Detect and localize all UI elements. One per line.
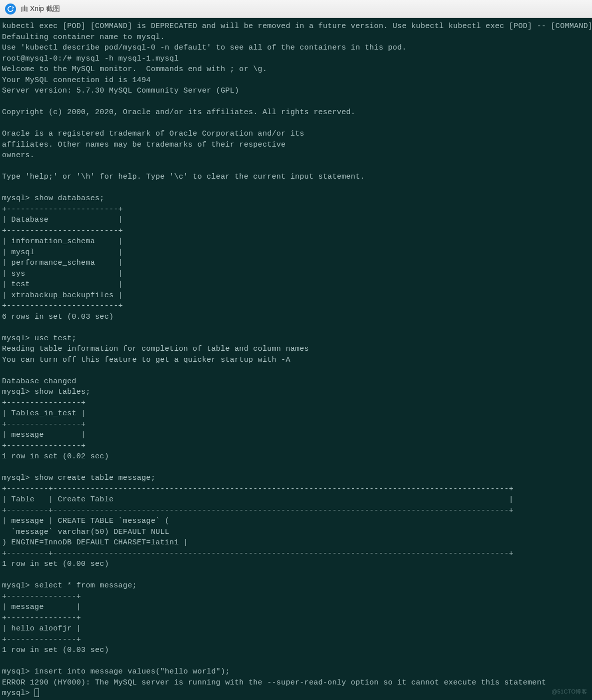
window-titlebar: 由 Xnip 截图: [0, 0, 592, 18]
terminal-area[interactable]: kubectl exec [POD] [COMMAND] is DEPRECAT…: [0, 18, 592, 700]
xnip-app-icon: [5, 4, 16, 15]
terminal-prompt: mysql>: [2, 689, 34, 697]
watermark-text: @51CTO博客: [552, 686, 587, 697]
terminal-cursor: [34, 688, 39, 697]
terminal-output: kubectl exec [POD] [COMMAND] is DEPRECAT…: [2, 22, 592, 687]
window-title: 由 Xnip 截图: [21, 5, 60, 14]
